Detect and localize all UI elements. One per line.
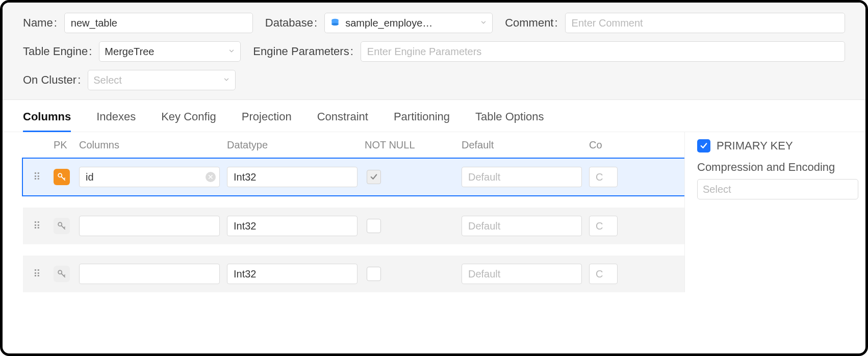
hdr-default: Default: [462, 139, 589, 151]
database-label: Database: [265, 16, 317, 30]
tab-keyconfig[interactable]: Key Config: [161, 110, 216, 132]
hdr-columns: Columns: [79, 139, 227, 151]
hdr-datatype: Datatype: [227, 139, 365, 151]
column-row[interactable]: ⠿ ✕: [22, 158, 684, 196]
column-row[interactable]: ⠿: [23, 256, 684, 292]
clear-icon[interactable]: ✕: [206, 172, 216, 182]
notnull-checkbox[interactable]: [367, 219, 381, 233]
compression-label: Compression and Encoding: [697, 161, 853, 174]
database-select[interactable]: sample_employe…: [324, 13, 493, 33]
column-name-input[interactable]: [79, 264, 220, 284]
oncluster-label: On Cluster: [23, 73, 81, 87]
drag-handle-icon[interactable]: ⠿: [33, 220, 54, 232]
comment-input[interactable]: [565, 13, 845, 33]
co-input[interactable]: [589, 264, 618, 284]
engine-value: MergeTree: [105, 46, 154, 58]
table-meta-form: Name Database sample_employe… Comment Ta…: [3, 3, 865, 100]
notnull-checkbox[interactable]: [367, 267, 381, 281]
tab-tableoptions[interactable]: Table Options: [475, 110, 544, 132]
datatype-input[interactable]: [227, 167, 358, 187]
drag-handle-icon[interactable]: ⠿: [33, 171, 54, 183]
column-name-input[interactable]: [79, 216, 220, 236]
oncluster-value: Select: [93, 74, 122, 86]
datatype-input[interactable]: [227, 216, 358, 236]
tab-projection[interactable]: Projection: [242, 110, 292, 132]
default-input[interactable]: [462, 167, 582, 187]
column-name-input[interactable]: [79, 167, 220, 187]
columns-grid: PK Columns Datatype NOT NULL Default Co …: [23, 132, 684, 292]
oncluster-select[interactable]: Select: [88, 70, 236, 90]
drag-handle-icon[interactable]: ⠿: [33, 268, 54, 280]
comment-label: Comment: [505, 16, 557, 30]
svg-point-1: [331, 23, 338, 26]
tab-constraint[interactable]: Constraint: [317, 110, 368, 132]
tab-columns[interactable]: Columns: [23, 110, 71, 132]
pk-toggle[interactable]: [54, 218, 70, 234]
tab-indexes[interactable]: Indexes: [96, 110, 136, 132]
compression-value: Select: [703, 184, 731, 195]
tab-partitioning[interactable]: Partitioning: [394, 110, 450, 132]
chevron-down-icon: [480, 19, 487, 28]
name-label: Name: [23, 16, 57, 30]
svg-point-2: [58, 173, 62, 177]
svg-line-4: [64, 178, 65, 180]
column-side-panel: PRIMARY KEY Compression and Encoding Sel…: [684, 132, 865, 292]
co-input[interactable]: [589, 167, 618, 187]
default-input[interactable]: [462, 216, 582, 236]
hdr-notnull: NOT NULL: [365, 139, 462, 151]
primary-key-checkbox[interactable]: [697, 139, 710, 152]
datatype-input[interactable]: [227, 264, 358, 284]
column-row[interactable]: ⠿: [23, 208, 684, 244]
svg-line-10: [64, 275, 65, 276]
notnull-checkbox[interactable]: [367, 170, 381, 184]
chevron-down-icon: [228, 47, 235, 56]
hdr-pk: PK: [54, 139, 79, 151]
svg-line-7: [64, 227, 65, 228]
engine-label: Table Engine: [23, 45, 92, 58]
engine-params-label: Engine Parameters: [253, 45, 353, 58]
svg-point-5: [58, 222, 62, 226]
database-icon: [330, 18, 340, 28]
default-input[interactable]: [462, 264, 582, 284]
pk-toggle[interactable]: [54, 266, 70, 282]
name-input[interactable]: [64, 13, 253, 33]
primary-key-label: PRIMARY KEY: [717, 139, 793, 152]
tabs: Columns Indexes Key Config Projection Co…: [3, 100, 865, 132]
chevron-down-icon: [223, 76, 230, 85]
engine-select[interactable]: MergeTree: [99, 41, 241, 62]
grid-header: PK Columns Datatype NOT NULL Default Co: [23, 132, 684, 158]
pk-toggle[interactable]: [54, 169, 70, 185]
engine-params-input[interactable]: [361, 41, 845, 62]
svg-point-8: [58, 270, 62, 274]
co-input[interactable]: [589, 216, 618, 236]
compression-select[interactable]: Select: [697, 179, 858, 199]
database-value: sample_employe…: [345, 17, 432, 29]
hdr-co: Co: [589, 139, 625, 151]
